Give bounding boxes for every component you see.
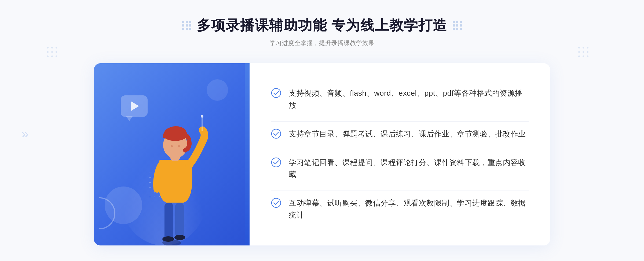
svg-point-16: [583, 55, 584, 57]
svg-rect-19: [164, 203, 173, 240]
svg-point-8: [56, 55, 57, 57]
title-row: 多项录播课辅助功能 专为线上教学打造: [182, 16, 462, 35]
svg-point-27: [178, 145, 180, 147]
svg-point-5: [56, 51, 57, 53]
feature-text-3: 学习笔记回看、课程提问、课程评论打分、课件资料下载，重点内容收藏: [289, 157, 529, 181]
feature-text-2: 支持章节目录、弹题考试、课后练习、课后作业、章节测验、批改作业: [289, 128, 526, 140]
feature-item-3: 学习笔记回看、课程提问、课程评论打分、课件资料下载，重点内容收藏: [271, 150, 529, 187]
svg-point-3: [47, 51, 49, 53]
svg-point-14: [587, 51, 588, 53]
svg-point-21: [162, 236, 174, 242]
chevron-left-icon: »: [21, 126, 29, 141]
svg-point-6: [47, 55, 49, 57]
svg-rect-20: [175, 203, 184, 237]
page-container: » 多项录播课辅助功能 专为线上教学打造 学习进度全掌握，提升录播课教学效果: [0, 0, 644, 261]
page-deco-left: »: [21, 126, 29, 141]
svg-point-32: [272, 158, 281, 167]
svg-point-15: [578, 55, 580, 57]
svg-point-17: [587, 55, 588, 57]
feature-item-4: 互动弹幕、试听购买、微信分享、观看次数限制、学习进度跟踪、数据统计: [271, 191, 529, 228]
svg-point-30: [272, 88, 281, 98]
feature-text-1: 支持视频、音频、flash、word、excel、ppt、pdf等各种格式的资源…: [289, 87, 529, 111]
main-title: 多项录播课辅助功能 专为线上教学打造: [197, 16, 447, 35]
illustration-panel: [94, 63, 250, 245]
check-circle-icon-2: [271, 129, 281, 139]
blue-strip: [245, 63, 250, 245]
subtitle: 学习进度全掌握，提升录播课教学效果: [270, 39, 375, 47]
svg-point-31: [272, 129, 281, 138]
title-dot-grid-right: [453, 21, 462, 30]
svg-point-13: [583, 51, 584, 53]
feature-item-1: 支持视频、音频、flash、word、excel、ppt、pdf等各种格式的资源…: [271, 81, 529, 118]
svg-point-26: [171, 145, 173, 147]
header-section: 多项录播课辅助功能 专为线上教学打造 学习进度全掌握，提升录播课教学效果: [0, 16, 644, 47]
svg-point-22: [174, 235, 185, 240]
feature-item-2: 支持章节目录、弹题考试、课后练习、课后作业、章节测验、批改作业: [271, 121, 529, 147]
svg-point-33: [272, 198, 281, 207]
content-card: 支持视频、音频、flash、word、excel、ppt、pdf等各种格式的资源…: [94, 63, 550, 245]
svg-point-29: [201, 115, 203, 118]
feature-text-4: 互动弹幕、试听购买、微信分享、观看次数限制、学习进度跟踪、数据统计: [289, 197, 529, 221]
check-circle-icon-1: [271, 88, 281, 98]
title-dot-grid-left: [182, 21, 191, 30]
bg-dot-grid-right: [577, 46, 598, 68]
check-circle-icon-3: [271, 157, 281, 167]
svg-point-12: [578, 51, 580, 53]
svg-point-4: [51, 51, 53, 53]
bg-dot-grid-left: [46, 46, 67, 68]
deco-circle-2: [207, 79, 228, 101]
svg-point-7: [51, 55, 53, 57]
check-circle-icon-4: [271, 198, 281, 208]
person-illustration: [136, 101, 216, 245]
content-panel: 支持视频、音频、flash、word、excel、ppt、pdf等各种格式的资源…: [250, 63, 550, 245]
